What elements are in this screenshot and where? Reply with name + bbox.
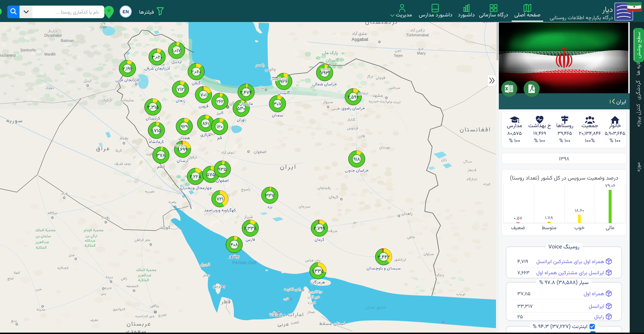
svg-text:Diyarbakır: Diyarbakır [44,33,62,37]
svg-text:Türkmenabat: Türkmenabat [406,33,429,37]
svg-text:EN: EN [123,9,129,14]
svg-text:Van: Van [100,25,107,29]
svg-text:Şanlıurfa: Şanlıurfa [20,48,36,52]
svg-text:Aşgabat: Aşgabat [351,37,368,42]
svg-text:Mardin: Mardin [44,52,55,56]
svg-text:Batman: Batman [61,38,74,43]
svg-text:Tejen: Tejen [394,53,403,58]
svg-text:Mary: Mary [417,51,426,55]
svg-text:Gaziantep: Gaziantep [0,53,16,57]
svg-text:Persian Gulf: Persian Gulf [232,260,257,265]
